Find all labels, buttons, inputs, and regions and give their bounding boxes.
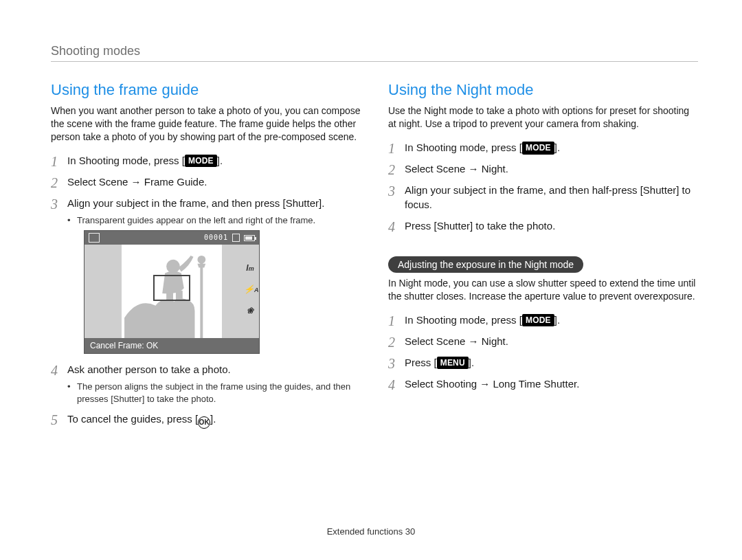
step-text: In Shooting mode, press [: [405, 142, 522, 153]
mode-icon: [89, 233, 100, 243]
lead-exposure: In Night mode, you can use a slow shutte…: [388, 277, 698, 303]
running-head-rule: [51, 61, 698, 62]
step-text: Select Scene → Night.: [405, 163, 508, 175]
step-text: Select Shooting → Long Time Shutter.: [405, 378, 579, 390]
step-4-left: Ask another person to take a photo. The …: [51, 362, 361, 405]
page-number: 30: [405, 526, 415, 537]
step-1-expo: In Shooting mode, press [MODE].: [388, 313, 698, 327]
card-icon: [232, 234, 240, 242]
step-5-left: To cancel the guides, press [OK].: [51, 412, 361, 429]
step-text: ].: [554, 314, 560, 326]
step-text: Ask another person to take a photo.: [67, 363, 231, 375]
step-2-left: Select Scene → Frame Guide.: [51, 175, 361, 189]
step-4-right: Press [Shutter] to take the photo.: [388, 219, 698, 233]
step-text: ].: [554, 142, 560, 153]
frame-guide-illustration: 00001: [84, 230, 260, 354]
flash-auto-icon: ⚡A: [244, 284, 256, 295]
step-text: ].: [210, 413, 216, 425]
step-4-expo: Select Shooting → Long Time Shutter.: [388, 377, 698, 391]
lead-frame-guide: When you want another person to take a p…: [51, 104, 361, 144]
step-text: ].: [469, 357, 474, 368]
shot-counter: 00001: [204, 233, 228, 243]
mode-keycap: MODE: [522, 142, 554, 155]
svg-point-1: [197, 256, 205, 264]
step-1-left: In Shooting mode, press [MODE].: [51, 153, 361, 168]
battery-icon: [244, 235, 255, 241]
focus-box: [153, 275, 190, 301]
step-3-right: Align your subject in the frame, and the…: [388, 183, 698, 212]
lead-night-mode: Use the Night mode to take a photo with …: [388, 104, 698, 131]
mode-keycap: MODE: [522, 314, 554, 327]
step-text: In Shooting mode, press [: [405, 314, 522, 326]
footer-label: Extended functions: [327, 526, 403, 537]
step-2-expo: Select Scene → Night.: [388, 334, 698, 348]
step-text: Align your subject in the frame, and the…: [405, 184, 690, 210]
ok-icon: OK: [198, 416, 210, 429]
step-text: In Shooting mode, press [: [67, 155, 185, 166]
heading-frame-guide: Using the frame guide: [51, 81, 361, 99]
image-size-icon: Im: [244, 262, 256, 274]
step-text: Press [: [405, 357, 437, 368]
page-footer: Extended functions 30: [0, 526, 742, 537]
step-text: Align your subject in the frame, and the…: [67, 197, 324, 209]
subsection-pill: Adjusting the exposure in the Night mode: [388, 256, 583, 273]
svg-point-2: [166, 260, 180, 273]
macro-icon: ❀: [244, 305, 256, 317]
step-text: ].: [217, 155, 223, 166]
step-text: To cancel the guides, press [: [67, 413, 198, 425]
step-1-right: In Shooting mode, press [MODE].: [388, 140, 698, 155]
running-head: Shooting modes: [51, 44, 698, 58]
step-text: Select Scene → Frame Guide.: [67, 176, 207, 188]
step-text: Select Scene → Night.: [405, 335, 508, 347]
svg-rect-0: [200, 262, 203, 338]
mode-keycap: MODE: [185, 155, 217, 168]
menu-keycap: MENU: [437, 357, 469, 370]
sub-bullet: The person aligns the subject in the fra…: [67, 381, 361, 405]
guide-left: [85, 245, 122, 338]
step-3-left: Align your subject in the frame, and the…: [51, 196, 361, 355]
step-2-right: Select Scene → Night.: [388, 161, 698, 176]
sub-bullet: Transparent guides appear on the left an…: [67, 214, 361, 227]
step-3-expo: Press [MENU].: [388, 355, 698, 370]
step-text: Press [Shutter] to take the photo.: [405, 220, 555, 232]
heading-night-mode: Using the Night mode: [388, 81, 698, 99]
illus-bottom-bar: Cancel Frame: OK: [85, 338, 259, 353]
